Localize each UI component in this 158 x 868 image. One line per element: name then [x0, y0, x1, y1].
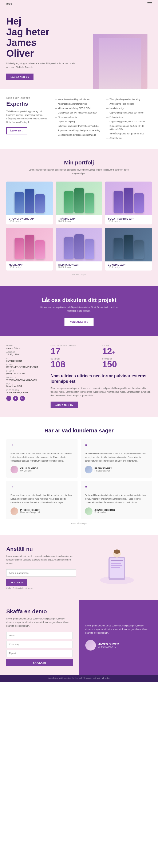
- social-facebook-icon[interactable]: f: [6, 396, 11, 401]
- portfolio-description: Lorem ipsum dolor sit amet, consectetur …: [26, 168, 132, 175]
- expertise-item: Foto och video: [106, 115, 152, 119]
- svg-rect-9: [111, 560, 123, 561]
- demo-submit-button[interactable]: SKICKA IN: [6, 659, 73, 666]
- portfolio-card-booking[interactable]: BOKNINGSAPP UI/UX design: [105, 228, 152, 271]
- testimonial-author-4: JENNIE ROBERTS Kontors chef: [85, 507, 148, 515]
- portfolio-card-image-training: [56, 182, 102, 215]
- portfolio-photo-credit: Bild från Freepik: [6, 274, 152, 276]
- portfolio-label: MUSIK APP UI/UX design: [6, 261, 53, 271]
- app-name: MUSIK APP: [9, 264, 50, 266]
- testimonials-title: Här är vad kunderna säger: [6, 427, 152, 434]
- stat-website-value: WWW.SOMEWEBSITE.COM: [6, 378, 44, 381]
- testimonial-card-1: " Proin sed libero at orci diacibus luct…: [6, 439, 78, 478]
- stat-clients-value: 108: [50, 360, 100, 369]
- demo-section: Skaffa en demo Lorem ipsum dolor sit ame…: [0, 600, 158, 675]
- author-avatar-4: [85, 507, 92, 515]
- portfolio-label: MEDITATIONSAPP UI/UX design: [56, 261, 102, 271]
- hire-section: Anställ nu Lorem ipsum dolor sit amet, c…: [0, 535, 158, 600]
- portfolio-card-yoga[interactable]: YOGA PRACTICE APP UI/UX design: [105, 182, 152, 224]
- stat-years: ÅR ÅR 12+: [102, 345, 152, 356]
- stat-role-field: ROLL Huvuddesigner: [6, 358, 44, 362]
- testimonials-section: Här är vad kunderna säger " Proin sed li…: [0, 417, 158, 535]
- demo-description: Lorem ipsum dolor sit amet, consectetur …: [6, 617, 73, 628]
- portfolio-card-music[interactable]: MUSIK APP UI/UX design: [6, 228, 53, 271]
- app-name: MEDITATIONSAPP: [58, 264, 100, 266]
- demo-name-input[interactable]: [6, 632, 73, 639]
- contact-cta-button[interactable]: KONTAKTA MIG: [65, 318, 93, 326]
- svg-rect-4: [105, 67, 126, 80]
- expertise-label: MINA FÄRDIGHETER: [6, 97, 48, 99]
- portfolio-label: TRÄNINGSAPP UI/UX design: [56, 215, 102, 224]
- hamburger-menu[interactable]: [148, 2, 152, 5]
- author-avatar-3: [10, 507, 18, 515]
- demo-company-input[interactable]: [6, 641, 73, 648]
- svg-point-14: [114, 550, 120, 554]
- demo-author-title: APPSPECIALARE: [98, 646, 119, 648]
- demo-author: JAMES OLIVER APPSPECIALARE: [85, 640, 152, 651]
- stats-numbers-grid: UTMÄRKELSER VUNNIT 17 ÅR ÅR 12+ KUNDER 1…: [50, 345, 152, 369]
- author-info-4: JENNIE ROBERTS Kontors chef: [94, 509, 115, 514]
- hero-image: [93, 34, 152, 89]
- stat-phone-value: (965) 187 634 321: [6, 372, 44, 375]
- portfolio-label: CROWDFUNDING APP UI/UX design: [6, 215, 53, 224]
- demo-email-input[interactable]: [6, 650, 73, 657]
- expertise-left: MINA FÄRDIGHETER Expertis Tuli skisser a…: [6, 97, 48, 140]
- author-avatar-2: [85, 466, 92, 473]
- expertise-item: Webbplatsdesign och -utveckling: [106, 97, 152, 102]
- expertise-section: MINA FÄRDIGHETER Expertis Tuli skisser a…: [0, 89, 158, 149]
- stats-cta-button[interactable]: LADDA NER CV: [50, 402, 78, 408]
- stat-place-value: New York, USA: [6, 385, 44, 388]
- social-twitter-icon[interactable]: t: [13, 396, 18, 401]
- portfolio-card-meditation[interactable]: MEDITATIONSAPP UI/UX design: [56, 228, 102, 271]
- testimonial-author-2: FRANK KINNEY Finansanalytiker: [85, 466, 148, 473]
- portfolio-card-image-meditation: [56, 228, 102, 261]
- author-avatar-1: [10, 466, 18, 473]
- expertise-cta-button[interactable]: ÅSIKOPPA ↓: [6, 127, 27, 134]
- stats-quote-title: Nam ultrices ultrices nec tortor pulvina…: [50, 373, 152, 384]
- contact-title: Låt oss diskutera ditt projekt: [6, 297, 152, 304]
- expertise-item: Varumärkesutveckling och värden: [55, 97, 100, 102]
- testimonial-text-1: Proin sed libero at orci diacibus luctus…: [10, 452, 73, 463]
- svg-point-3: [112, 43, 128, 54]
- portfolio-card-crowdfunding[interactable]: CROWDFUNDING APP UI/UX design: [6, 182, 53, 224]
- stat-projects: PROJEKT 150: [102, 358, 152, 369]
- social-linkedin-icon[interactable]: in: [20, 396, 25, 401]
- stat-clients: KUNDER 108: [50, 358, 100, 369]
- hire-email-input[interactable]: [6, 569, 76, 577]
- demo-author-info: JAMES OLIVER APPSPECIALARE: [98, 643, 119, 648]
- app-category: UI/UX design: [58, 266, 100, 269]
- demo-author-avatar: [85, 640, 96, 651]
- footer-text: Sample text. Click to select the Text to…: [6, 677, 152, 679]
- stat-address-label: ADRESS: [6, 351, 44, 353]
- app-category: UI/UX design: [108, 220, 149, 222]
- portfolio-label: BOKNINGSAPP UI/UX design: [105, 261, 152, 271]
- demo-testimonial-section: Lorem ipsum dolor sit amet, consectetur …: [79, 600, 158, 675]
- hire-subtext: Klicka på skicka in for att skicka: [6, 587, 76, 589]
- author-name-1: CELIA ALMEIDA: [20, 467, 38, 470]
- hero-section: Hej Jag heter James Oliver UI-designer, …: [0, 7, 158, 89]
- hero-cta-button[interactable]: LADDA NER CV: [6, 73, 34, 80]
- contact-description: Låt oss veta om projektidéer och få grat…: [37, 306, 121, 313]
- hire-left: Anställ nu Lorem ipsum dolor sit amet, c…: [6, 546, 76, 589]
- testimonial-author-3: PHOEBE NELSON Marknadsföringschef: [10, 507, 73, 515]
- app-name: BOKNINGSAPP: [108, 264, 149, 266]
- author-name-2: FRANK KINNEY: [94, 467, 112, 470]
- expertise-list-mid: Varumärkesutveckling och värden Annonser…: [55, 97, 100, 137]
- expertise-item: Affärsstrategi: [106, 136, 152, 140]
- expertise-item: Oljefält försäljning: [55, 119, 100, 124]
- expertise-item: Sociala medier (detaljis och odalstrateg…: [55, 133, 100, 137]
- hero-photo: [93, 34, 148, 89]
- hire-submit-button[interactable]: SKICKA IN: [6, 579, 27, 586]
- stat-address-field: ADRESS 22-26, 1988: [6, 351, 44, 356]
- portfolio-label: YOGA PRACTICE APP UI/UX design: [105, 215, 152, 224]
- stats-numbers-section: UTMÄRKELSER VUNNIT 17 ÅR ÅR 12+ KUNDER 1…: [44, 345, 152, 408]
- stat-years-value: 12+: [102, 347, 152, 356]
- arrow-icon: ↓: [22, 129, 24, 132]
- stat-role-label: ROLL: [6, 358, 44, 360]
- stat-phone-field: PHONE (965) 187 634 321: [6, 370, 44, 375]
- stat-name-label: NAMN: [6, 345, 44, 347]
- demo-form: SKICKA IN: [6, 632, 73, 666]
- portfolio-card-training[interactable]: TRÄNINGSAPP UI/UX design: [56, 182, 102, 224]
- portfolio-card-image-music: [6, 228, 53, 261]
- app-category: UI/UX design: [58, 220, 100, 222]
